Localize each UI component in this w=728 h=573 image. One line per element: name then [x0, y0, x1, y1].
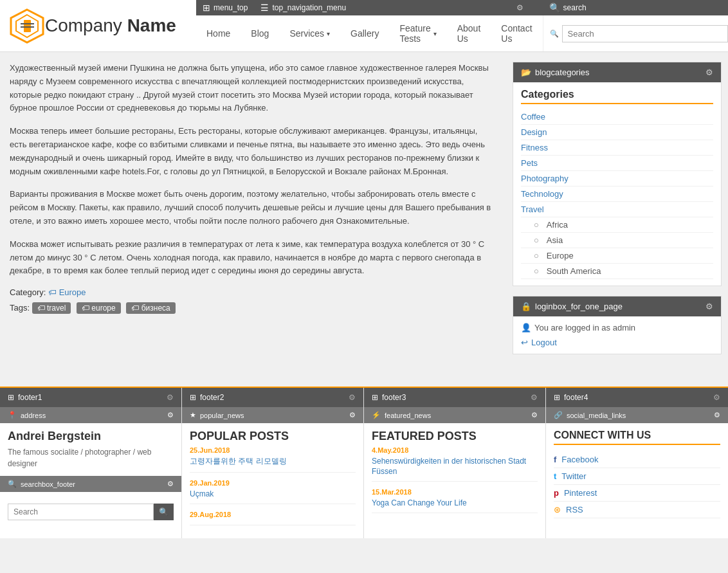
popular-post-2: 29.Jan.2019 Uçmak: [190, 479, 356, 504]
category-item-africa[interactable]: ○Africa: [521, 217, 713, 233]
footer1-gear[interactable]: ⚙: [167, 393, 174, 402]
popular-icon: ★: [190, 411, 196, 419]
login-gear-icon[interactable]: ⚙: [705, 302, 713, 311]
search-input[interactable]: [562, 25, 728, 42]
footer4-gear[interactable]: ⚙: [713, 393, 720, 402]
footer2-sub-header: ★ popular_news ⚙: [182, 407, 363, 423]
logged-in-label: You are logged in as admin: [534, 323, 635, 332]
article-para-1: Художественный музей имени Пушкина не до…: [10, 62, 493, 115]
category-link[interactable]: 🏷 Europe: [48, 287, 86, 297]
top-nav-item: ☰ top_navigation_menu ⚙: [260, 3, 523, 13]
tag-bizness[interactable]: 🏷 бизнеса: [126, 302, 175, 314]
blogcategories-widget: 📂 blogcategories ⚙ Categories Coffee Des…: [513, 62, 722, 286]
nav-about-us[interactable]: About Us: [447, 15, 491, 51]
footer-search-input[interactable]: [8, 504, 154, 520]
categories-title: Categories: [521, 89, 713, 104]
pinterest-label: Pinterest: [564, 488, 597, 498]
category-item-europe[interactable]: ○Europe: [521, 248, 713, 264]
footer2-gear[interactable]: ⚙: [349, 393, 356, 402]
footer2-header: ⊞ footer2 ⚙: [182, 388, 363, 407]
search-footer-icon: 🔍: [8, 480, 17, 488]
category-item-technology[interactable]: Technology: [521, 186, 713, 202]
footer-col-2: ⊞ footer2 ⚙ ★ popular_news ⚙ POPULAR POS…: [182, 388, 364, 538]
logout-button[interactable]: ↩ Logout: [521, 338, 557, 347]
featured-post-2-date: 15.Mar.2018: [372, 488, 538, 496]
user-icon: 👤: [521, 323, 531, 332]
tags-label: Tags:: [10, 303, 30, 313]
logo-icon: [10, 8, 45, 44]
category-item-coffee[interactable]: Coffee: [521, 109, 713, 125]
social-rss[interactable]: ⊛ RSS: [554, 502, 720, 518]
logo-area: Company Name: [0, 0, 196, 51]
footer1-search-sub: 🔍 searchbox_footer ⚙: [0, 476, 181, 492]
searchbox-header: 🔍 🔍: [543, 15, 728, 51]
category-item-south-america[interactable]: ○South America: [521, 264, 713, 279]
footer3-gear[interactable]: ⚙: [531, 393, 538, 402]
featured-label: featured_news: [385, 412, 531, 419]
top-bar-right: 🔍 search ⚙: [543, 0, 728, 15]
category-item-design[interactable]: Design: [521, 125, 713, 140]
blogcategories-label: blogcategories: [535, 68, 705, 77]
footer2-sub-gear[interactable]: ⚙: [349, 411, 356, 419]
tags-line: Tags: 🏷 travel 🏷 europe 🏷 бизнеса: [10, 302, 493, 314]
footer1-label: footer1: [18, 393, 167, 402]
footer-col-4: ⊞ footer4 ⚙ 🔗 social_media_links ⚙ CONNE…: [546, 388, 728, 538]
footer4-sub-gear[interactable]: ⚙: [714, 411, 720, 419]
tag-europe[interactable]: 🏷 europe: [77, 302, 121, 314]
nav-feature-tests[interactable]: Feature Tests: [389, 15, 446, 51]
popular-post-2-title[interactable]: Uçmak: [190, 489, 214, 498]
footer1-title: Andrei Bergstein: [8, 430, 174, 443]
featured-post-2-title[interactable]: Yoga Can Change Your Life: [372, 498, 467, 507]
main-layout: Художественный музей имени Пушкина не до…: [0, 52, 728, 374]
footer: ⊞ footer1 ⚙ 📍 address ⚙ Andrei Bergstein…: [0, 387, 728, 538]
category-item-pets[interactable]: Pets: [521, 156, 713, 171]
category-name: Europe: [59, 287, 86, 297]
footer3-sub-gear[interactable]: ⚙: [531, 411, 538, 419]
footer-search-box: 🔍: [8, 504, 174, 520]
nav-blog[interactable]: Blog: [241, 15, 279, 51]
category-item-travel[interactable]: Travel: [521, 202, 713, 217]
footer1-sub-gear[interactable]: ⚙: [167, 411, 174, 419]
popular-post-1: 25.Jun.2018 고령자를위한 주택 리모델링: [190, 446, 356, 473]
footer3-header: ⊞ footer3 ⚙: [364, 388, 545, 407]
nav-bar: Home Blog Services Gallery Feature Tests…: [196, 15, 543, 51]
category-item-photography[interactable]: Photography: [521, 171, 713, 186]
footer1-search-content: 🔍: [0, 492, 181, 527]
footer1-header: ⊞ footer1 ⚙: [0, 388, 181, 407]
svg-rect-3: [21, 23, 34, 24]
footer-search-button[interactable]: 🔍: [154, 504, 174, 520]
rss-label: RSS: [566, 505, 583, 514]
login-header: 🔒 loginbox_for_one_page ⚙: [513, 296, 721, 316]
grid-icon: ⊞: [203, 3, 210, 13]
twitter-icon: t: [554, 471, 556, 481]
social-facebook[interactable]: f Facebook: [554, 451, 720, 468]
top-nav-gear-icon[interactable]: ⚙: [516, 3, 523, 12]
nav-gallery[interactable]: Gallery: [340, 15, 389, 51]
nav-contact-us[interactable]: Contact Us: [491, 15, 542, 51]
social-pinterest[interactable]: p Pinterest: [554, 485, 720, 502]
nav-icon: ☰: [260, 3, 269, 13]
nav-home[interactable]: Home: [196, 15, 241, 51]
search-label: search: [563, 3, 587, 12]
login-icon: 🔒: [521, 302, 531, 311]
footer1-desc: The famous socialite / photographer / we…: [8, 446, 174, 469]
featured-post-1-date: 4.May.2018: [372, 446, 538, 454]
featured-post-1: 4.May.2018 Sehenswürdigkeiten in der his…: [372, 446, 538, 482]
header: Company Name ⊞ menu_top ☰ top_navigation…: [0, 0, 728, 52]
logged-in-text: 👤 You are logged in as admin: [521, 323, 713, 332]
footer4-label: footer4: [564, 393, 713, 402]
facebook-label: Facebook: [561, 455, 598, 464]
popular-post-1-date: 25.Jun.2018: [190, 446, 356, 454]
social-twitter[interactable]: t Twitter: [554, 468, 720, 485]
social-label: social_media_links: [567, 412, 714, 419]
tag-travel[interactable]: 🏷 travel: [32, 302, 71, 314]
nav-services[interactable]: Services: [279, 15, 340, 51]
footer3-title: FEATURED POSTS: [372, 430, 538, 443]
category-item-asia[interactable]: ○Asia: [521, 233, 713, 248]
popular-post-1-title[interactable]: 고령자를위한 주택 리모델링: [190, 457, 287, 466]
category-item-fitness[interactable]: Fitness: [521, 140, 713, 156]
blogcategories-gear-icon[interactable]: ⚙: [705, 68, 713, 77]
header-right: ⊞ menu_top ☰ top_navigation_menu ⚙ 🔍 sea…: [196, 0, 728, 51]
footer1-search-gear[interactable]: ⚙: [167, 480, 174, 488]
featured-post-1-title[interactable]: Sehenswürdigkeiten in der historischen S…: [372, 457, 526, 476]
